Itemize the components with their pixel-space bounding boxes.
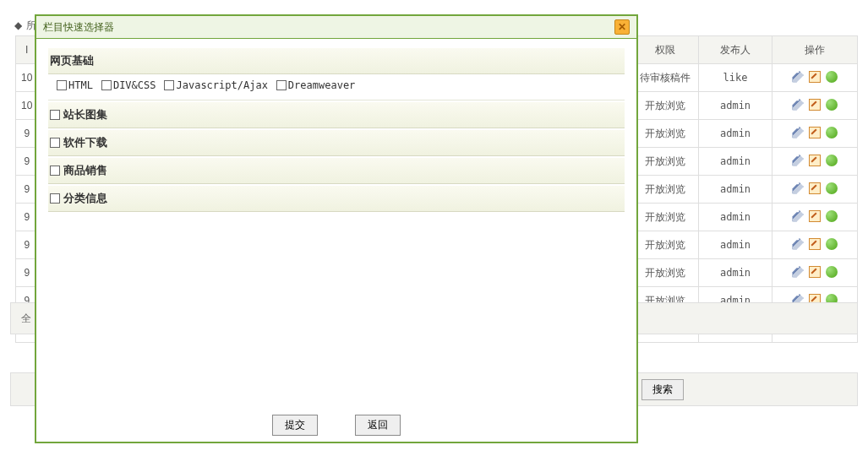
leaf-item[interactable]: HTML [57, 79, 93, 91]
cell-perm: 待审核稿件 [631, 64, 699, 92]
cell-ops [772, 204, 857, 231]
cell-ops [772, 231, 857, 259]
leaf-label: Dreamweaver [288, 79, 355, 91]
th-publisher: 发布人 [699, 36, 772, 64]
settings-icon[interactable] [792, 266, 804, 278]
settings-icon[interactable] [792, 127, 804, 138]
cell-publisher: like [699, 64, 772, 92]
cell-ops [772, 64, 857, 92]
submit-button[interactable]: 提交 [272, 415, 318, 436]
category-checkbox[interactable] [50, 110, 60, 120]
edit-icon[interactable] [809, 99, 821, 111]
cell-ops [772, 259, 857, 287]
globe-icon[interactable] [826, 99, 838, 111]
bottom-label: 全 [21, 312, 31, 326]
page-title: 所 [14, 19, 36, 33]
settings-icon[interactable] [792, 71, 804, 83]
cell-publisher: admin [699, 231, 772, 259]
globe-icon[interactable] [826, 71, 838, 83]
cell-publisher: admin [699, 148, 772, 176]
leaf-item[interactable]: Dreamweaver [276, 79, 355, 91]
category-checkbox[interactable] [50, 166, 60, 176]
category-checkbox[interactable] [50, 193, 60, 204]
globe-icon[interactable] [826, 210, 838, 222]
settings-icon[interactable] [792, 99, 804, 111]
category-label: 分类信息 [63, 191, 107, 206]
category-label: 商品销售 [63, 163, 107, 178]
category-header[interactable]: 站长图集 [48, 102, 625, 128]
cell-ops [772, 120, 857, 148]
leaf-checkbox[interactable] [276, 80, 287, 90]
cell-perm: 开放浏览 [631, 92, 699, 120]
edit-icon[interactable] [809, 210, 821, 222]
search-button[interactable]: 搜索 [641, 379, 684, 400]
th-ops: 操作 [772, 36, 857, 64]
leaf-checkbox[interactable] [164, 80, 174, 90]
leaf-label: HTML [68, 79, 93, 91]
cell-perm: 开放浏览 [631, 259, 699, 287]
cell-perm: 开放浏览 [631, 231, 699, 259]
settings-icon[interactable] [792, 238, 804, 250]
category-header: 网页基础 [48, 48, 625, 74]
quick-selector-dialog: 栏目快速选择器 ✕ 网页基础HTMLDIV&CSSJavascript/Ajax… [35, 14, 638, 443]
globe-icon[interactable] [826, 127, 838, 138]
cell-publisher: admin [699, 120, 772, 148]
cell-publisher: admin [699, 259, 772, 287]
category-label: 软件下载 [63, 135, 107, 150]
category-checkbox[interactable] [50, 138, 60, 148]
category-label: 站长图集 [63, 107, 107, 122]
leaf-item[interactable]: DIV&CSS [101, 79, 156, 91]
leaf-checkbox[interactable] [57, 80, 67, 90]
leaf-item[interactable]: Javascript/Ajax [164, 79, 267, 91]
edit-icon[interactable] [809, 155, 821, 166]
category-header[interactable]: 软件下载 [48, 130, 625, 156]
edit-icon[interactable] [809, 182, 821, 194]
dialog-title: 栏目快速选择器 [43, 16, 114, 38]
cell-perm: 开放浏览 [631, 176, 699, 204]
close-icon[interactable]: ✕ [614, 19, 630, 35]
leaf-label: Javascript/Ajax [176, 79, 267, 91]
cell-ops [772, 176, 857, 204]
globe-icon[interactable] [826, 155, 838, 166]
settings-icon[interactable] [792, 182, 804, 194]
th-perm: 权限 [631, 36, 699, 64]
edit-icon[interactable] [809, 238, 821, 250]
cell-perm: 开放浏览 [631, 148, 699, 176]
globe-icon[interactable] [826, 238, 838, 250]
back-button[interactable]: 返回 [355, 415, 401, 436]
cell-perm: 开放浏览 [631, 204, 699, 231]
cell-perm: 开放浏览 [631, 120, 699, 148]
globe-icon[interactable] [826, 182, 838, 194]
cell-publisher: admin [699, 176, 772, 204]
category-header[interactable]: 商品销售 [48, 158, 625, 184]
leaf-checkbox[interactable] [101, 80, 112, 90]
edit-icon[interactable] [809, 266, 821, 278]
category-leaves: HTMLDIV&CSSJavascript/AjaxDreamweaver [48, 74, 625, 100]
cell-publisher: admin [699, 92, 772, 120]
globe-icon[interactable] [826, 266, 838, 278]
edit-icon[interactable] [809, 71, 821, 83]
cell-ops [772, 148, 857, 176]
edit-icon[interactable] [809, 127, 821, 138]
cell-ops [772, 92, 857, 120]
category-header[interactable]: 分类信息 [48, 186, 625, 212]
settings-icon[interactable] [792, 210, 804, 222]
settings-icon[interactable] [792, 155, 804, 166]
cell-publisher: admin [699, 204, 772, 231]
leaf-label: DIV&CSS [113, 79, 156, 91]
